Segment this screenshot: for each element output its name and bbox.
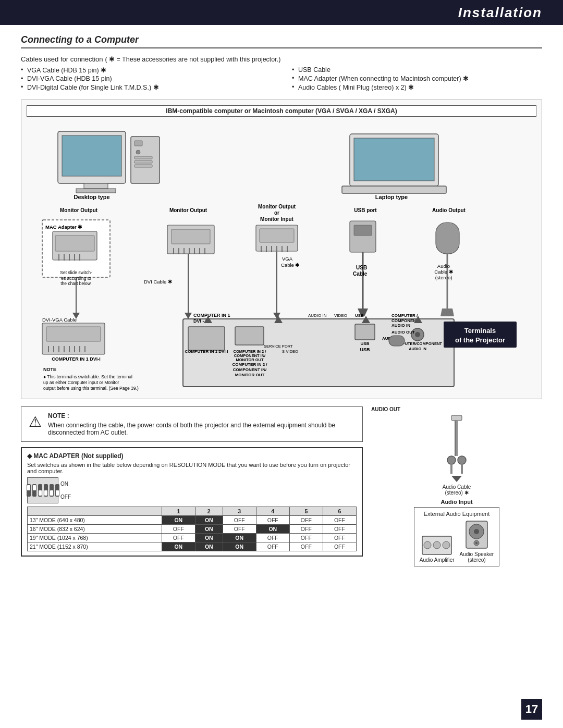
svg-text:AUDIO OUT: AUDIO OUT: [391, 330, 415, 335]
note-warning-box: ⚠ NOTE : When connecting the cable, the …: [21, 406, 363, 442]
audio-right-col: AUDIO OUT Audio Cable(stereo) ✱ Audio In…: [371, 406, 542, 566]
svg-text:Monitor Output: Monitor Output: [258, 204, 296, 209]
page-number: 17: [521, 699, 542, 720]
cable-item-5: MAC Adapter (When connecting to Macintos…: [292, 75, 542, 82]
svg-text:Monitor Input: Monitor Input: [260, 216, 294, 222]
audio-cable-label: Audio Cable(stereo) ✱: [443, 484, 471, 496]
mac-table-switch-1-5: OFF: [323, 525, 356, 534]
mac-adapter-desc: Set switches as shown in the table below…: [27, 462, 357, 474]
mac-table-switch-3-4: OFF: [289, 542, 323, 551]
switch-diagram: ON OFF: [27, 477, 357, 503]
svg-text:MONITOR OUT: MONITOR OUT: [235, 373, 265, 377]
svg-text:SERVICE PORT: SERVICE PORT: [264, 344, 293, 349]
svg-marker-62: [440, 309, 454, 316]
svg-text:output before using this termi: output before using this terminal. (See …: [43, 386, 139, 391]
bottom-row: ⚠ NOTE : When connecting the cable, the …: [21, 406, 542, 566]
note-heading: NOTE :: [48, 412, 355, 419]
page-header: Installation: [0, 0, 563, 25]
audio-input-label: Audio Input: [440, 499, 472, 505]
speaker-svg: [465, 520, 488, 551]
svg-text:● This terminal is switchable.: ● This terminal is switchable. Set the t…: [43, 374, 132, 379]
svg-text:AUDIO IN: AUDIO IN: [391, 323, 410, 328]
page-title: Installation: [458, 5, 542, 21]
cables-list-container: VGA Cable (HDB 15 pin) ✱ DVI-VGA Cable (…: [21, 66, 542, 92]
mac-table-switch-2-5: OFF: [323, 534, 356, 542]
svg-text:NOTE: NOTE: [43, 367, 56, 372]
audio-out-label: AUDIO OUT: [371, 406, 400, 412]
connection-diagram: IBM-compatible computer or Macintosh com…: [21, 100, 542, 399]
svg-text:USB: USB: [356, 265, 367, 270]
mac-adapter-title: MAC ADAPTER (Not supplied): [27, 452, 357, 460]
svg-rect-12: [354, 138, 434, 181]
mac-table-switch-1-3: ON: [256, 525, 289, 534]
svg-text:Cable ✱: Cable ✱: [281, 262, 299, 268]
mac-table-switch-3-2: ON: [223, 542, 256, 551]
mac-table-mode-1: 16" MODE (832 x 624): [28, 525, 162, 534]
mac-table-switch-2-2: ON: [223, 534, 256, 542]
svg-text:Desktop type: Desktop type: [74, 194, 109, 200]
svg-rect-2: [84, 183, 108, 189]
mac-table-switch-1-4: OFF: [289, 525, 323, 534]
audio-cable-svg: [436, 414, 478, 482]
on-off-labels: ON OFF: [60, 481, 71, 500]
on-label: ON: [60, 481, 71, 487]
svg-text:VGA: VGA: [282, 256, 293, 262]
svg-point-139: [474, 529, 479, 534]
svg-rect-93: [235, 327, 264, 345]
svg-rect-1: [62, 135, 121, 176]
mac-table-mode-0: 13" MODE (640 x 480): [28, 516, 162, 525]
svg-point-130: [458, 456, 466, 464]
svg-text:AUDIO IN: AUDIO IN: [308, 313, 327, 318]
svg-point-141: [475, 542, 478, 544]
svg-text:DVI Cable ✱: DVI Cable ✱: [144, 279, 172, 285]
mac-table-switch-2-3: OFF: [256, 534, 289, 542]
svg-rect-3: [76, 189, 116, 193]
section-title: Connecting to a Computer: [21, 34, 542, 48]
table-header-4: 4: [256, 507, 289, 516]
svg-rect-44: [260, 229, 294, 242]
mac-table-row-0: 13" MODE (640 x 480)ONONOFFOFFOFFOFF: [28, 516, 357, 525]
svg-rect-9: [134, 165, 152, 167]
svg-text:or: or: [274, 210, 279, 216]
amplifier-svg: [421, 531, 452, 557]
cables-right-col: USB Cable MAC Adapter (When connecting t…: [292, 66, 542, 92]
svg-text:COMPUTER IN 1 DVI-I: COMPUTER IN 1 DVI-I: [52, 356, 101, 362]
svg-text:USB: USB: [355, 313, 364, 318]
svg-point-136: [443, 541, 450, 549]
mac-table-switch-0-2: OFF: [223, 516, 256, 525]
external-audio-box: External Audio Equipment Audio Amplifier: [414, 507, 499, 566]
mac-table-switch-3-1: ON: [195, 542, 223, 551]
svg-text:Audio: Audio: [437, 263, 450, 269]
off-label: OFF: [60, 494, 71, 500]
svg-text:Laptop type: Laptop type: [375, 194, 408, 200]
mac-table-row-3: 21" MODE (1152 x 870)ONONONOFFOFFOFF: [28, 542, 357, 551]
mac-table-switch-3-5: OFF: [323, 542, 356, 551]
svg-rect-120: [389, 336, 405, 346]
note-text-block: NOTE : When connecting the cable, the po…: [48, 412, 355, 436]
mac-table-mode-3: 21" MODE (1152 x 870): [28, 542, 162, 551]
svg-text:DVI-VGA Cable: DVI-VGA Cable: [42, 317, 77, 323]
svg-text:COMPUTER IN 1 DVI-I: COMPUTER IN 1 DVI-I: [185, 349, 228, 354]
svg-point-128: [447, 456, 456, 464]
mac-table-switch-0-5: OFF: [323, 516, 356, 525]
mac-table-switch-1-0: OFF: [162, 525, 195, 534]
svg-rect-97: [355, 324, 375, 340]
svg-text:COMPONENT IN/: COMPONENT IN/: [233, 367, 267, 372]
cables-heading: Cables used for connection ( ✱ = These a…: [21, 55, 542, 63]
table-header-1: 1: [162, 507, 195, 516]
cable-item-4: USB Cable: [292, 66, 542, 73]
svg-text:Set slide switch-: Set slide switch-: [60, 270, 92, 275]
svg-text:Cable: Cable: [353, 271, 368, 277]
svg-text:MAC Adapter ✱: MAC Adapter ✱: [45, 224, 82, 230]
ibm-label: IBM-compatible computer or Macintosh com…: [27, 105, 536, 117]
amplifier-label: Audio Amplifier: [420, 557, 455, 563]
external-audio-label: External Audio Equipment: [420, 511, 494, 517]
svg-text:USB port: USB port: [354, 207, 377, 213]
svg-marker-71: [185, 313, 192, 319]
svg-rect-125: [451, 415, 462, 421]
mac-table-switch-1-2: OFF: [223, 525, 256, 534]
svg-rect-5: [134, 141, 142, 146]
svg-rect-89: [188, 327, 225, 350]
mac-table-switch-3-0: ON: [162, 542, 195, 551]
svg-point-6: [136, 150, 140, 154]
